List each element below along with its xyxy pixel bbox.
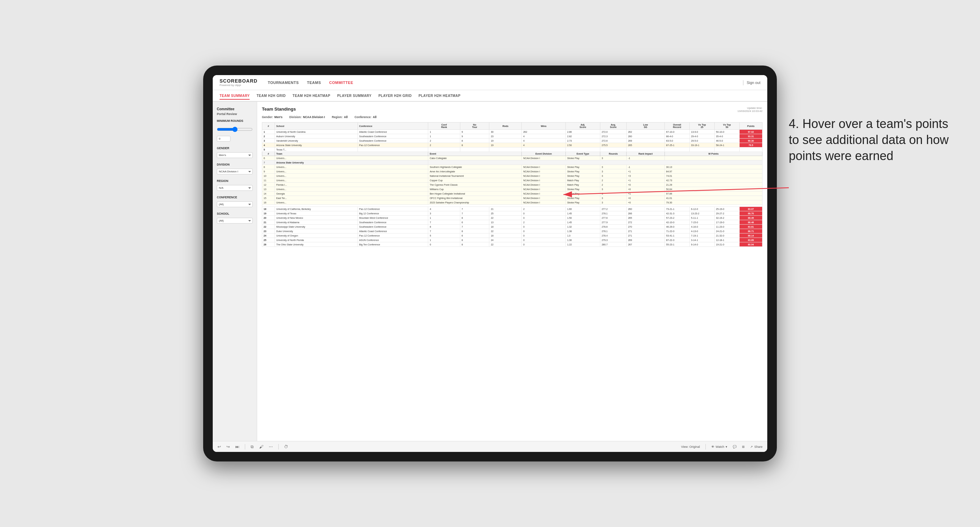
cell-overall (665, 148, 689, 152)
conference-select[interactable]: (All) (217, 202, 253, 207)
timer-icon[interactable]: ⏱ (284, 444, 288, 449)
tab-team-h2h-grid[interactable]: TEAM H2H GRID (256, 92, 285, 100)
min-rounds-input[interactable] (217, 136, 231, 142)
more-icon[interactable]: ⋯ (269, 444, 273, 449)
tab-team-h2h-heatmap[interactable]: TEAM H2H HEATMAP (293, 92, 331, 100)
cell-school: Arizona State University (275, 143, 358, 148)
exp-cell-wpoints (665, 156, 762, 160)
grid-button[interactable]: ⊞ (742, 445, 745, 449)
cell-vs50: 50-10-0 (714, 130, 739, 134)
cell-rnds: 23 (489, 134, 522, 138)
cell-avg: 275.5 (600, 143, 626, 148)
table-row[interactable]: 2 Auburn University Southeastern Confere… (262, 134, 762, 138)
annotation-arrow (557, 178, 795, 205)
expanded-row[interactable]: 8 Univers... Southern Highlands Collegia… (262, 165, 762, 169)
expanded-row[interactable]: 6 Univers... Cabo Collegiate NCAA Divisi… (262, 156, 762, 160)
nav-divider: | (742, 79, 744, 86)
exp-cell-num: 11 (262, 178, 275, 183)
exp-cell-team: East Ter... (275, 196, 428, 200)
cell-school: Vanderbilt University (275, 138, 358, 143)
table-row[interactable]: 24 University of Oregon Pac-12 Conferenc… (262, 233, 762, 238)
feedback-button[interactable]: 💬 (733, 445, 737, 449)
tab-player-summary[interactable]: PLAYER SUMMARY (337, 92, 372, 100)
school-select[interactable]: (All) (217, 218, 253, 224)
cell-wins: 4 (522, 143, 566, 148)
filter-gender-value: Men's (275, 115, 283, 119)
table-row[interactable]: 21 University of Alabama Southeastern Co… (262, 220, 762, 225)
tab-player-h2h-heatmap[interactable]: PLAYER H2H HEATMAP (418, 92, 461, 100)
sidebar-conference: Conference (All) (217, 195, 253, 207)
main-content: Committee Portal Review Minimum Rounds G… (213, 102, 767, 441)
filter-conference-label: Conference: (355, 115, 372, 119)
col-vs25: Vs Top25 (689, 122, 714, 130)
cell-points[interactable]: 97.02 (739, 130, 762, 134)
cell-avg: 272.3 (600, 134, 626, 138)
cell-overall: 86-4-0 (665, 134, 689, 138)
cell-school: University of North Carolina (275, 130, 358, 134)
undo-icon[interactable]: ↩ (218, 444, 221, 449)
exp-col-w-points: W Points (665, 152, 762, 156)
watch-button[interactable]: 👁 Watch ▾ (711, 445, 727, 449)
table-row[interactable]: 25 University of North Florida ASUN Conf… (262, 238, 762, 242)
cell-low-sg (627, 148, 665, 152)
exp-cell-team: Univers... (275, 174, 428, 178)
nav-teams[interactable]: TEAMS (307, 79, 321, 86)
exp-cell-event: Cabo Collegiate (428, 156, 522, 160)
redo-icon[interactable]: ↪ (226, 444, 230, 449)
cell-rank: 3 (262, 138, 275, 143)
sidebar-title: Committee (217, 107, 253, 111)
col-rank: # (262, 122, 275, 130)
cell-avg: 272.6 (600, 138, 626, 143)
nav-committee[interactable]: COMMITTEE (329, 79, 353, 86)
table-row[interactable]: 5 Texas T... (262, 148, 762, 152)
expanded-row[interactable]: 9 Univers... Amer Arc Intercollegiate NC… (262, 169, 762, 174)
division-select[interactable]: NCAA Division I NCAA Division II NCAA Di… (217, 168, 253, 175)
region-select[interactable]: N/A All (217, 185, 253, 191)
cell-conf-rank (428, 148, 460, 152)
table-row[interactable]: 19 University of Texas Big 12 Conference… (262, 211, 762, 216)
filter-division-value: NCAA Division I (303, 115, 325, 119)
paint-icon[interactable]: 🖌 (259, 444, 263, 449)
cell-points[interactable]: 90.30 (739, 138, 762, 143)
cell-school: Texas T... (275, 148, 358, 152)
center-content: Team Standings Update time: 13/03/2024 1… (257, 102, 767, 441)
table-row[interactable]: 18 University of California, Berkeley Pa… (262, 207, 762, 211)
exp-cell-num: 16 (262, 200, 275, 205)
exp-cell-num: 12 (262, 183, 275, 187)
filter-conference-value: All (373, 115, 377, 119)
table-row[interactable]: 3 Vanderbilt University Southeastern Con… (262, 138, 762, 143)
table-row[interactable]: 1 University of North Carolina Atlantic … (262, 130, 762, 134)
cell-points-hovered[interactable]: 79.5 (739, 143, 762, 148)
sidebar-region: Region N/A All (217, 179, 253, 191)
conference-label: Conference (217, 195, 253, 199)
cell-points[interactable]: 93.31 (739, 134, 762, 138)
exp-cell-num: 15 (262, 196, 275, 200)
tab-player-h2h-grid[interactable]: PLAYER H2H GRID (378, 92, 412, 100)
exp-col-event: Event (428, 152, 522, 156)
table-row[interactable]: 26 The Ohio State University Big Ten Con… (262, 242, 762, 247)
tab-team-summary[interactable]: TEAM SUMMARY (220, 92, 250, 100)
skip-icon[interactable]: ⏭ (235, 444, 239, 449)
sign-out-button[interactable]: Sign out (747, 81, 760, 85)
exp-cell-num: 6 (262, 156, 275, 160)
exp-cell-team: Univers... (275, 156, 428, 160)
min-rounds-slider[interactable] (217, 125, 253, 133)
filter-region-value: All (344, 115, 348, 119)
table-row[interactable]: 23 Duke University Atlantic Coast Confer… (262, 229, 762, 233)
table-row[interactable]: 20 University of New Mexico Mountain Wes… (262, 216, 762, 220)
copy-icon[interactable]: ⧉ (251, 444, 254, 449)
col-school: School (275, 122, 358, 130)
col-wins: Wins (522, 122, 566, 130)
cell-points[interactable] (739, 148, 762, 152)
view-original-button[interactable]: View: Original (681, 445, 700, 449)
cell-tours (460, 148, 489, 152)
exp-cell-wpoints: 30.13 (665, 165, 762, 169)
nav-tournaments[interactable]: TOURNAMENTS (268, 79, 299, 86)
gender-select[interactable]: Men's Women's (217, 152, 253, 158)
cell-vs25: 33-19-1 (689, 143, 714, 148)
table-row-highlighted[interactable]: 4 Arizona State University Pac-12 Confer… (262, 143, 762, 148)
share-button[interactable]: ↗ Share (750, 445, 762, 449)
table-row[interactable]: 22 Mississippi State University Southeas… (262, 225, 762, 229)
cell-vs50: 35-4-0 (714, 134, 739, 138)
exp-cell-team: Univers... (275, 200, 428, 205)
